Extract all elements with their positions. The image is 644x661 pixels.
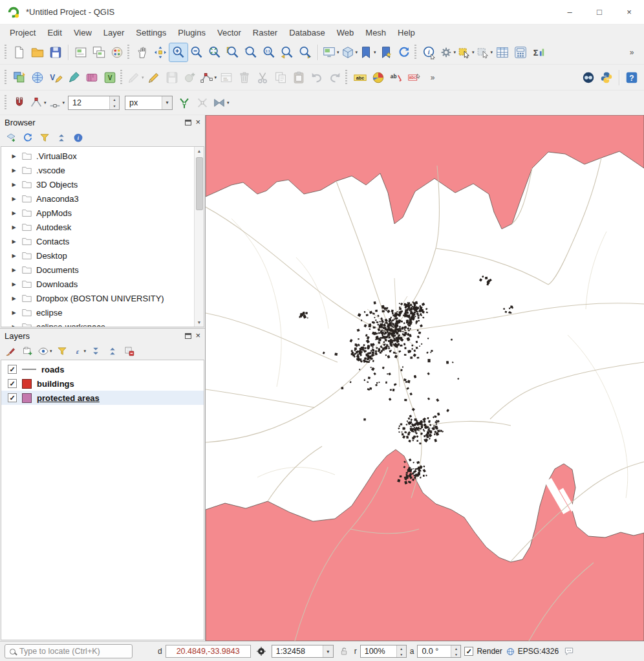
new-shapefile-layer[interactable]: V xyxy=(47,69,65,87)
save-project[interactable] xyxy=(47,43,65,61)
collapse-all-layers[interactable] xyxy=(105,343,120,359)
browser-item-appmods[interactable]: ▶AppMods xyxy=(1,206,194,220)
expander-icon[interactable]: ▶ xyxy=(10,210,17,216)
topological-editing[interactable] xyxy=(175,94,193,112)
select-features[interactable]: ▾ xyxy=(456,43,475,61)
menu-plugins[interactable]: Plugins xyxy=(172,26,211,39)
toolbar-handle[interactable] xyxy=(5,45,6,60)
delete-selected[interactable] xyxy=(235,69,253,87)
snapping-on-intersection[interactable] xyxy=(193,94,211,112)
layer-visibility-checkbox[interactable]: ✓ xyxy=(8,393,17,402)
browser-item-eclipse-workspace[interactable]: ▶eclipse-workspace xyxy=(1,320,194,327)
add-group[interactable] xyxy=(20,343,36,359)
browser-scrollbar-thumb[interactable] xyxy=(196,157,203,210)
expander-icon[interactable]: ▶ xyxy=(10,168,17,173)
pan-map[interactable] xyxy=(133,43,151,61)
zoom-to-layer[interactable] xyxy=(242,43,260,61)
filter-by-expression-dropdown-arrow[interactable]: ▾ xyxy=(84,349,87,354)
scroll-down-icon[interactable]: ▼ xyxy=(197,320,202,325)
self-snapping[interactable]: ▾ xyxy=(211,94,230,112)
layers-float-icon[interactable] xyxy=(185,333,191,339)
snapping-tolerance-decrement[interactable]: ▼ xyxy=(110,103,119,109)
toolbar-handle[interactable] xyxy=(127,45,129,60)
coordinate-display[interactable]: 20.4849,-33.9843 xyxy=(166,645,251,658)
layer-labeling-options[interactable]: abc xyxy=(351,69,369,87)
browser-item-downloads[interactable]: ▶Downloads xyxy=(1,277,194,291)
menu-settings[interactable]: Settings xyxy=(130,26,172,39)
crs-button[interactable]: EPSG:4326 xyxy=(506,647,559,656)
expander-icon[interactable]: ▶ xyxy=(10,239,17,244)
render-toggle[interactable]: ✓ Render xyxy=(464,647,502,656)
open-field-calculator[interactable] xyxy=(511,43,530,61)
redo[interactable] xyxy=(326,69,344,87)
layers-close-icon[interactable]: × xyxy=(195,332,200,339)
browser-item-anaconda3[interactable]: ▶Anaconda3 xyxy=(1,191,194,206)
layer-visibility-checkbox[interactable]: ✓ xyxy=(8,365,17,374)
magnifier-increment[interactable]: ▲ xyxy=(397,645,406,651)
browser-item-desktop[interactable]: ▶Desktop xyxy=(1,248,194,263)
scroll-up-icon[interactable]: ▲ xyxy=(197,149,202,153)
show-spatial-bookmarks[interactable] xyxy=(377,43,395,61)
layer-item-buildings[interactable]: ✓buildings xyxy=(1,376,204,391)
snapping-mode[interactable]: ▾ xyxy=(28,94,47,112)
browser-item-eclipse[interactable]: ▶eclipse xyxy=(1,305,194,320)
new-geopackage-layer[interactable] xyxy=(65,69,83,87)
toggle-editing[interactable] xyxy=(145,69,163,87)
collapse-all[interactable] xyxy=(54,130,69,146)
zoom-next[interactable] xyxy=(296,43,314,61)
expander-icon[interactable]: ▶ xyxy=(10,281,17,287)
new-spatial-bookmark-dropdown-arrow[interactable]: ▾ xyxy=(374,50,376,55)
minimize-button[interactable]: – xyxy=(555,0,585,24)
zoom-last[interactable] xyxy=(278,43,296,61)
menu-mesh[interactable]: Mesh xyxy=(360,26,392,39)
modify-attributes[interactable] xyxy=(217,69,235,87)
browser-item-documents[interactable]: ▶Documents xyxy=(1,263,194,277)
zoom-native-resolution[interactable]: 1:1 xyxy=(260,43,278,61)
run-feature-action-dropdown-arrow[interactable]: ▾ xyxy=(454,50,456,55)
expander-icon[interactable]: ▶ xyxy=(10,296,17,301)
statistical-summary[interactable]: Σ xyxy=(530,43,548,61)
expander-icon[interactable]: ▶ xyxy=(10,224,17,230)
scale-dropdown-arrow[interactable]: ▾ xyxy=(323,645,333,657)
open-data-source-manager[interactable] xyxy=(10,69,28,87)
open-layer-styling-panel[interactable] xyxy=(3,343,19,359)
magnifier-spinbox[interactable]: 100% ▲▼ xyxy=(360,645,407,658)
messages-icon[interactable] xyxy=(562,644,576,658)
browser-item-virtualbox[interactable]: ▶.VirtualBox xyxy=(1,149,194,163)
show-layout-manager[interactable] xyxy=(90,43,108,61)
render-checkbox[interactable]: ✓ xyxy=(464,647,473,656)
refresh-map[interactable] xyxy=(395,43,413,61)
undo[interactable] xyxy=(308,69,326,87)
metasearch[interactable] xyxy=(579,69,597,87)
move-label[interactable]: ab xyxy=(387,69,405,87)
snapping-units-dropdown-arrow[interactable]: ▾ xyxy=(162,96,172,109)
deselect-features-dropdown-arrow[interactable]: ▾ xyxy=(491,50,493,55)
toolbar-handle[interactable] xyxy=(120,70,122,85)
browser-item-3d-objects[interactable]: ▶3D Objects xyxy=(1,177,194,191)
menu-raster[interactable]: Raster xyxy=(247,26,283,39)
browser-close-icon[interactable]: × xyxy=(195,119,200,125)
filter-browser[interactable] xyxy=(37,130,52,146)
vertex-tool-dropdown-arrow[interactable]: ▾ xyxy=(215,75,217,80)
layer-item-protected-areas[interactable]: ✓protected areas xyxy=(1,391,204,405)
select-features-dropdown-arrow[interactable]: ▾ xyxy=(472,50,475,55)
filter-legend[interactable] xyxy=(54,343,70,359)
menu-database[interactable]: Database xyxy=(283,26,331,39)
menu-help[interactable]: Help xyxy=(392,26,421,39)
menu-view[interactable]: View xyxy=(68,26,98,39)
toolbar-handle[interactable] xyxy=(345,70,347,85)
new-3d-map-view[interactable]: ▾ xyxy=(340,43,359,61)
add-vector-layer[interactable] xyxy=(28,69,47,87)
enable-snapping[interactable] xyxy=(10,94,28,112)
deselect-features[interactable]: ▾ xyxy=(475,43,494,61)
add-feature[interactable] xyxy=(181,69,199,87)
scale-lock-icon[interactable] xyxy=(337,644,351,658)
browser-item-dropbox-boston-university[interactable]: ▶Dropbox (BOSTON UNIVERSITY) xyxy=(1,291,194,305)
extents-toggle-icon[interactable] xyxy=(254,644,268,658)
layer-diagram-options[interactable] xyxy=(369,69,387,87)
pan-to-selection[interactable] xyxy=(151,43,169,61)
run-feature-action[interactable]: ▾ xyxy=(438,43,457,61)
self-snapping-dropdown-arrow[interactable]: ▾ xyxy=(227,100,230,105)
magnifier-decrement[interactable]: ▼ xyxy=(397,651,406,657)
identify-features[interactable]: i xyxy=(420,43,438,61)
